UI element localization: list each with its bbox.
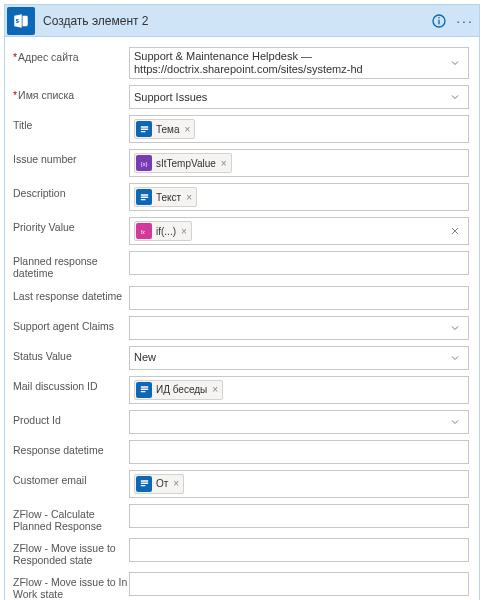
svg-rect-1	[438, 19, 439, 24]
customer-email-field[interactable]: От×	[129, 470, 469, 498]
svg-text:{x}: {x}	[140, 161, 147, 167]
token-remove-icon[interactable]: ×	[221, 158, 227, 169]
card-body: *Адрес сайта Support & Maintenance Helpd…	[5, 37, 479, 600]
token-remove-icon[interactable]: ×	[173, 478, 179, 489]
mail-id-field[interactable]: ИД беседы×	[129, 376, 469, 404]
chevron-down-icon[interactable]	[446, 57, 464, 69]
row-response-datetime: Response datetime	[13, 440, 469, 464]
dynamic-content-icon	[136, 121, 152, 137]
token[interactable]: fx if(...)×	[134, 221, 192, 241]
zflow-calc-field[interactable]	[129, 504, 469, 528]
clear-icon[interactable]	[446, 225, 464, 237]
token[interactable]: {x} sItTempValue×	[134, 153, 232, 173]
chevron-down-icon[interactable]	[446, 322, 464, 334]
action-card: Создать элемент 2 ··· *Адрес сайта Suppo…	[4, 4, 480, 600]
zflow-responded-field[interactable]	[129, 538, 469, 562]
row-zflow-calc: ZFlow - Calculate Planned Response	[13, 504, 469, 532]
last-response-field[interactable]	[129, 286, 469, 310]
row-last-response: Last response datetime	[13, 286, 469, 310]
row-site-address: *Адрес сайта Support & Maintenance Helpd…	[13, 47, 469, 79]
token-remove-icon[interactable]: ×	[181, 226, 187, 237]
row-priority: Priority Value fx if(...)×	[13, 217, 469, 245]
card-header: Создать элемент 2 ···	[5, 5, 479, 37]
row-zflow-responded: ZFlow - Move issue to Responded state	[13, 538, 469, 566]
card-title[interactable]: Создать элемент 2	[37, 14, 429, 28]
planned-response-field[interactable]	[129, 251, 469, 275]
expression-icon: fx	[136, 223, 152, 239]
row-status: Status Value New	[13, 346, 469, 370]
info-icon[interactable]	[429, 11, 449, 31]
chevron-down-icon[interactable]	[446, 416, 464, 428]
row-product-id: Product Id	[13, 410, 469, 434]
chevron-down-icon[interactable]	[446, 352, 464, 364]
token[interactable]: Текст×	[134, 187, 197, 207]
support-agent-field[interactable]	[129, 316, 469, 340]
list-name-field[interactable]: Support Issues	[129, 85, 469, 109]
row-support-agent: Support agent Claims	[13, 316, 469, 340]
token[interactable]: От×	[134, 474, 184, 494]
token-remove-icon[interactable]: ×	[186, 192, 192, 203]
sharepoint-icon	[7, 7, 35, 35]
token[interactable]: ИД беседы×	[134, 380, 223, 400]
svg-text:fx: fx	[140, 229, 144, 235]
zflow-inwork-field[interactable]	[129, 572, 469, 596]
priority-field[interactable]: fx if(...)×	[129, 217, 469, 245]
dynamic-content-icon	[136, 476, 152, 492]
svg-rect-2	[438, 17, 439, 18]
row-description: Description Текст×	[13, 183, 469, 211]
row-planned-response: Planned response datetime	[13, 251, 469, 279]
description-field[interactable]: Текст×	[129, 183, 469, 211]
dynamic-content-icon	[136, 382, 152, 398]
dynamic-content-icon	[136, 189, 152, 205]
more-menu-icon[interactable]: ···	[455, 13, 475, 29]
chevron-down-icon[interactable]	[446, 91, 464, 103]
site-address-field[interactable]: Support & Maintenance Helpdesk — https:/…	[129, 47, 469, 79]
response-datetime-field[interactable]	[129, 440, 469, 464]
variable-icon: {x}	[136, 155, 152, 171]
row-mail-id: Mail discussion ID ИД беседы×	[13, 376, 469, 404]
row-title: Title Тема×	[13, 115, 469, 143]
row-zflow-inwork: ZFlow - Move issue to In Work state	[13, 572, 469, 600]
row-issue-number: Issue number {x} sItTempValue×	[13, 149, 469, 177]
title-field[interactable]: Тема×	[129, 115, 469, 143]
token-remove-icon[interactable]: ×	[212, 384, 218, 395]
issue-number-field[interactable]: {x} sItTempValue×	[129, 149, 469, 177]
product-id-field[interactable]	[129, 410, 469, 434]
row-customer-email: Customer email От×	[13, 470, 469, 498]
token-remove-icon[interactable]: ×	[185, 124, 191, 135]
status-field[interactable]: New	[129, 346, 469, 370]
row-list-name: *Имя списка Support Issues	[13, 85, 469, 109]
token[interactable]: Тема×	[134, 119, 195, 139]
